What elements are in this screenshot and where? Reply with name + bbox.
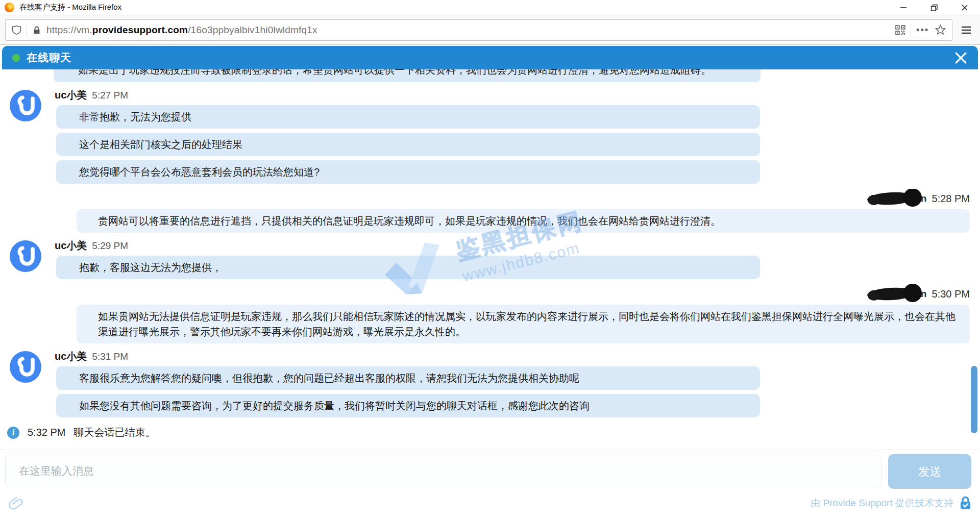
message-text: 如果是出于玩家违规投注而导致被限制登录的话，希望贵网站可以提供一下相关资料，我们… bbox=[78, 69, 711, 77]
chat-widget: 在线聊天 如果是出于玩家违规投注而导致被限制登录的话，希望贵网站可以提供一下相关… bbox=[0, 45, 980, 520]
message-bubble: 如果贵网站无法提供信息证明是玩家违规，那么我们只能相信玩家陈述的情况属实，以玩家… bbox=[77, 305, 970, 343]
chat-input-area: 发送 由 Provide Support 提供技术支持 bbox=[0, 450, 980, 520]
restore-icon bbox=[929, 3, 939, 12]
firefox-icon bbox=[5, 3, 14, 12]
message-bubble: 客服很乐意为您解答您的疑问噢，但很抱歉，您的问题已经超出客服的权限，请恕我们无法… bbox=[56, 366, 760, 390]
bookmark-star-icon[interactable] bbox=[935, 24, 946, 35]
page-actions-icon[interactable]: ••• bbox=[916, 24, 929, 35]
system-message: i 5:32 PM 聊天会话已结束。 bbox=[7, 426, 970, 439]
url-bar[interactable]: https://vm.providesupport.com/16o3ppbyal… bbox=[5, 19, 952, 41]
restore-button[interactable] bbox=[919, 0, 949, 15]
window-titlebar: 在线客户支持 - Mozilla Firefox bbox=[0, 0, 980, 15]
message-bubble: 抱歉，客服这边无法为您提供， bbox=[56, 256, 760, 279]
paperclip-icon bbox=[8, 494, 24, 512]
qr-code-icon[interactable] bbox=[895, 25, 905, 35]
minimize-button[interactable] bbox=[888, 0, 919, 15]
system-message-text: 聊天会话已结束。 bbox=[74, 426, 155, 439]
system-message-time: 5:32 PM bbox=[28, 427, 65, 438]
url-scheme: https://vm. bbox=[46, 24, 92, 35]
message-input[interactable] bbox=[5, 455, 882, 487]
close-window-button[interactable] bbox=[949, 0, 980, 15]
message-bubble: 您觉得哪个平台会公布恶意套利会员的玩法给您知道? bbox=[56, 160, 760, 184]
agent-message-group: uc小美 5:29 PM 抱歉，客服这边无法为您提供， bbox=[0, 239, 970, 279]
urlbar-separator-2 bbox=[911, 24, 911, 36]
agent-name: uc小美 bbox=[55, 239, 87, 253]
chat-title: 在线聊天 bbox=[27, 51, 71, 65]
powered-by-link[interactable]: 由 Provide Support 提供技术支持 bbox=[811, 497, 953, 510]
minimize-icon bbox=[899, 3, 908, 12]
visitor-message-group: dingl gan 5:28 PM 贵网站可以将重要的信息进行遮挡，只提供相关的… bbox=[0, 191, 970, 233]
visitor-message-group: dingl gan 5:30 PM 如果贵网站无法提供信息证明是玩家违规，那么我… bbox=[0, 286, 970, 343]
agent-name: uc小美 bbox=[55, 88, 87, 102]
urlbar-separator bbox=[27, 24, 27, 36]
message-bubble: 这个是相关部门核实之后的处理结果 bbox=[56, 133, 760, 156]
message-bubble: 非常抱歉，无法为您提供 bbox=[56, 105, 760, 129]
agent-name: uc小美 bbox=[55, 350, 87, 363]
window-title: 在线客户支持 - Mozilla Firefox bbox=[19, 3, 121, 12]
https-lock-icon[interactable] bbox=[32, 26, 41, 35]
message-list[interactable]: 如果是出于玩家违规投注而导致被限制登录的话，希望贵网站可以提供一下相关资料，我们… bbox=[0, 69, 970, 450]
window-controls bbox=[888, 0, 980, 15]
agent-avatar bbox=[9, 240, 42, 273]
agent-avatar bbox=[9, 351, 42, 383]
url-path: /16o3ppbyalbiv1hi0lwldmfq1x bbox=[188, 24, 317, 35]
chat-header: 在线聊天 bbox=[2, 46, 978, 69]
close-window-icon bbox=[960, 3, 969, 12]
chat-close-button[interactable] bbox=[954, 51, 968, 65]
info-icon: i bbox=[7, 427, 19, 439]
send-button[interactable]: 发送 bbox=[888, 454, 971, 489]
ink-scribble bbox=[867, 189, 927, 208]
menu-hamburger-icon[interactable] bbox=[958, 26, 975, 35]
online-status-dot bbox=[12, 54, 20, 62]
redacted-name: dingl gan bbox=[867, 284, 927, 304]
agent-avatar bbox=[9, 89, 42, 122]
message-time: 5:30 PM bbox=[932, 288, 970, 300]
secure-lock-badge bbox=[959, 496, 972, 512]
redacted-name: dingl gan bbox=[867, 189, 927, 208]
agent-message-group: uc小美 5:31 PM 客服很乐意为您解答您的疑问噢，但很抱歉，您的问题已经超… bbox=[0, 350, 970, 417]
message-time: 5:31 PM bbox=[92, 351, 128, 362]
message-bubble-partial: 如果是出于玩家违规投注而导致被限制登录的话，希望贵网站可以提供一下相关资料，我们… bbox=[54, 69, 761, 82]
message-time: 5:28 PM bbox=[932, 193, 970, 205]
message-time: 5:27 PM bbox=[92, 90, 128, 101]
ink-scribble bbox=[867, 284, 927, 304]
message-bubble: 如果您没有其他问题需要咨询，为了更好的提交服务质量，我们将暂时关闭与您的聊天对话… bbox=[56, 394, 760, 417]
url-domain: providesupport.com bbox=[92, 24, 188, 35]
tracking-protection-shield-icon[interactable] bbox=[12, 25, 21, 35]
scrollbar-thumb[interactable] bbox=[971, 366, 977, 433]
chat-close-icon bbox=[954, 51, 968, 65]
url-text[interactable]: https://vm.providesupport.com/16o3ppbyal… bbox=[46, 24, 895, 36]
agent-message-group: uc小美 5:27 PM 非常抱歉，无法为您提供 这个是相关部门核实之后的处理结… bbox=[0, 88, 970, 184]
message-bubble: 贵网站可以将重要的信息进行遮挡，只提供相关的信息证明是玩家违规即可，如果是玩家违… bbox=[77, 209, 970, 233]
message-time: 5:29 PM bbox=[92, 240, 128, 252]
browser-toolbar: https://vm.providesupport.com/16o3ppbyal… bbox=[0, 15, 980, 45]
lock-check-icon bbox=[959, 496, 972, 510]
attach-file-button[interactable] bbox=[8, 494, 24, 514]
